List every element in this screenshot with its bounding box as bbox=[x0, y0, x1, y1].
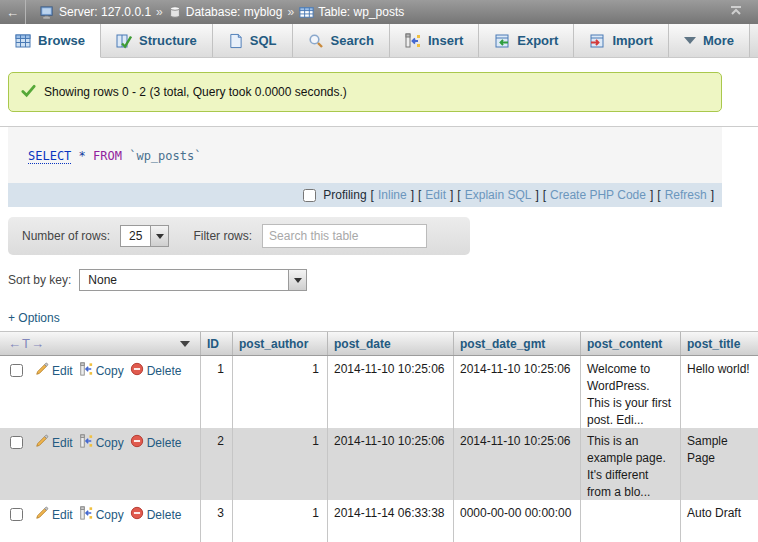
row-controls-bar: Number of rows: 25 Filter rows: bbox=[8, 217, 470, 255]
breadcrumb-separator: » bbox=[156, 5, 163, 19]
table-icon bbox=[299, 5, 314, 20]
cell-post-title: Hello world! bbox=[680, 356, 758, 428]
cell-post-date: 2014-11-10 10:25:06 bbox=[327, 356, 453, 428]
delete-button[interactable]: Delete bbox=[130, 362, 182, 381]
edit-button[interactable]: Edit bbox=[35, 434, 73, 453]
cell-post-author: 1 bbox=[232, 500, 327, 542]
back-arrow-button[interactable]: ← bbox=[0, 0, 26, 24]
delete-icon bbox=[130, 434, 144, 453]
column-header-post-author[interactable]: post_author bbox=[232, 332, 327, 355]
insert-icon bbox=[405, 33, 421, 49]
browse-icon bbox=[15, 33, 31, 49]
profiling-label: Profiling bbox=[323, 188, 366, 202]
tab-sql[interactable]: SQL bbox=[213, 24, 293, 57]
row-actions: Edit Copy Delete bbox=[0, 500, 200, 542]
profiling-checkbox[interactable] bbox=[303, 189, 316, 202]
copy-icon bbox=[79, 434, 93, 453]
database-icon bbox=[168, 5, 182, 19]
row-actions: Edit Copy Delete bbox=[0, 356, 200, 428]
row-checkbox[interactable] bbox=[10, 436, 23, 449]
column-header-id[interactable]: ID bbox=[200, 332, 232, 355]
cell-post-content bbox=[580, 500, 680, 542]
column-header-post-date[interactable]: post_date bbox=[327, 332, 453, 355]
cell-post-title: Sample Page bbox=[680, 428, 758, 500]
column-header-post-title[interactable]: post_title bbox=[680, 332, 758, 355]
options-toggle-link[interactable]: + Options bbox=[8, 311, 60, 325]
bracket: ] bbox=[535, 188, 538, 202]
delete-button[interactable]: Delete bbox=[130, 506, 182, 525]
edit-query-link[interactable]: Edit bbox=[425, 188, 446, 202]
sql-query-text: SELECT * FROM `wp_posts` bbox=[8, 127, 722, 183]
success-check-icon bbox=[21, 83, 36, 101]
breadcrumb-database[interactable]: Database: myblog bbox=[168, 5, 283, 19]
sort-by-key-select[interactable]: None bbox=[79, 269, 307, 291]
tab-insert[interactable]: Insert bbox=[390, 24, 479, 57]
row-checkbox[interactable] bbox=[10, 508, 23, 521]
tab-search[interactable]: Search bbox=[293, 24, 390, 57]
server-icon bbox=[40, 5, 55, 20]
select-arrow-icon bbox=[150, 226, 168, 246]
cell-post-date-gmt: 2014-11-10 10:25:06 bbox=[453, 428, 580, 500]
query-options-bar: Profiling [ Inline ] [ Edit ] [ Explain … bbox=[8, 183, 722, 207]
refresh-link[interactable]: Refresh bbox=[665, 188, 707, 202]
bracket: ] bbox=[411, 188, 414, 202]
column-header-post-content[interactable]: post_content bbox=[580, 332, 680, 355]
pencil-icon bbox=[35, 506, 49, 525]
tab-structure-label: Structure bbox=[139, 33, 197, 48]
delete-icon bbox=[130, 362, 144, 381]
bracket: ] bbox=[711, 188, 714, 202]
success-message-text: Showing rows 0 - 2 (3 total, Query took … bbox=[44, 85, 347, 99]
cell-post-title: Auto Draft bbox=[680, 500, 758, 542]
cell-post-author: 1 bbox=[232, 428, 327, 500]
column-header-post-date-gmt[interactable]: post_date_gmt bbox=[453, 332, 580, 355]
copy-button[interactable]: Copy bbox=[79, 362, 124, 381]
bracket: [ bbox=[371, 188, 374, 202]
pencil-icon bbox=[35, 362, 49, 381]
success-message: Showing rows 0 - 2 (3 total, Query took … bbox=[8, 72, 722, 112]
inline-link[interactable]: Inline bbox=[378, 188, 407, 202]
row-checkbox[interactable] bbox=[10, 364, 23, 377]
collapse-console-icon[interactable] bbox=[728, 4, 744, 21]
number-of-rows-label: Number of rows: bbox=[22, 229, 110, 243]
search-icon bbox=[308, 33, 324, 49]
create-php-code-link[interactable]: Create PHP Code bbox=[550, 188, 646, 202]
tab-sql-label: SQL bbox=[250, 33, 277, 48]
sort-dropdown-icon[interactable] bbox=[180, 341, 190, 347]
edit-button[interactable]: Edit bbox=[35, 362, 73, 381]
sql-star: * bbox=[71, 149, 93, 163]
breadcrumb-database-label: Database: myblog bbox=[186, 5, 283, 19]
cell-post-content: This is an example page. It's different … bbox=[580, 428, 680, 500]
table-row: Edit Copy Delete 1 1 2014-11-10 10:25:06… bbox=[0, 356, 758, 428]
tab-import[interactable]: Import bbox=[574, 24, 668, 57]
tab-structure[interactable]: Structure bbox=[101, 24, 213, 57]
tab-import-label: Import bbox=[612, 33, 652, 48]
pencil-icon bbox=[35, 434, 49, 453]
explain-sql-link[interactable]: Explain SQL bbox=[465, 188, 532, 202]
cell-post-date: 2014-11-10 10:25:06 bbox=[327, 428, 453, 500]
delete-icon bbox=[130, 506, 144, 525]
sql-table-name: `wp_posts` bbox=[122, 149, 201, 163]
copy-button[interactable]: Copy bbox=[79, 506, 124, 525]
tab-browse[interactable]: Browse bbox=[0, 24, 101, 58]
breadcrumb-table[interactable]: Table: wp_posts bbox=[299, 5, 404, 20]
table-nav-header: ←T→ bbox=[0, 332, 200, 355]
bracket: [ bbox=[457, 188, 460, 202]
filter-rows-input[interactable] bbox=[262, 224, 427, 248]
copy-button[interactable]: Copy bbox=[79, 434, 124, 453]
breadcrumb-bar: ← Server: 127.0.0.1 » Database: myblog »… bbox=[0, 0, 758, 24]
structure-icon bbox=[116, 33, 132, 49]
delete-button[interactable]: Delete bbox=[130, 434, 182, 453]
edit-button[interactable]: Edit bbox=[35, 506, 73, 525]
number-of-rows-select[interactable]: 25 bbox=[120, 225, 169, 247]
import-icon bbox=[589, 33, 605, 49]
nav-arrows[interactable]: ←T→ bbox=[8, 336, 45, 351]
bracket: ] bbox=[450, 188, 453, 202]
tab-export[interactable]: Export bbox=[479, 24, 574, 57]
breadcrumb-table-label: Table: wp_posts bbox=[318, 5, 404, 19]
export-icon bbox=[494, 33, 510, 49]
sql-keyword-select: SELECT bbox=[28, 149, 71, 164]
cell-id: 2 bbox=[200, 428, 232, 500]
tab-more[interactable]: More bbox=[669, 24, 750, 57]
sort-by-key-value: None bbox=[80, 273, 125, 287]
breadcrumb-server[interactable]: Server: 127.0.0.1 bbox=[40, 5, 151, 20]
